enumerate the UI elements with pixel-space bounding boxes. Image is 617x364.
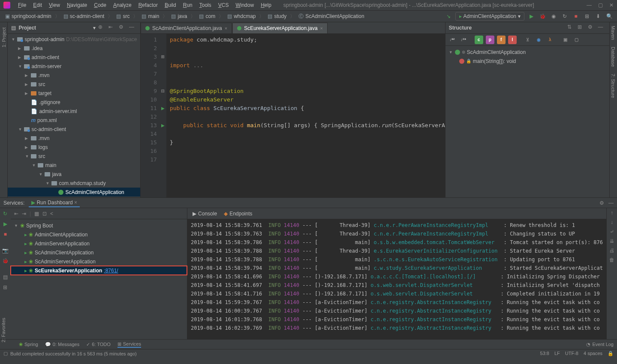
down-icon[interactable]: ↓ [611, 219, 613, 225]
services-tab[interactable]: ⊞ Services [117, 341, 141, 348]
fields-icon[interactable]: ⊻ [524, 36, 532, 44]
tree-node[interactable]: ▼sc-admin-client [8, 125, 140, 134]
close-icon[interactable]: ✕ [609, 2, 614, 8]
maximize-icon[interactable]: ▢ [598, 2, 603, 8]
event-log-tab[interactable]: ◔ Event Log [586, 342, 614, 347]
menu-code[interactable]: Code [90, 2, 110, 8]
breadcrumb-item[interactable]: ▣ springboot-admin [3, 12, 53, 20]
tree-node[interactable]: ▼src [8, 152, 140, 161]
console-tab[interactable]: ▶ Console [193, 211, 217, 217]
maven-tool-tab[interactable]: Maven [610, 22, 617, 43]
git-pull-icon[interactable]: ⬇ [594, 12, 602, 21]
spring-tab[interactable]: ❀ Spring [19, 342, 38, 347]
gear-icon[interactable]: ⚙ [119, 24, 126, 32]
search-icon[interactable]: 🔍 [605, 12, 614, 21]
messages-tab[interactable]: 💬 0: Messages [45, 342, 79, 347]
favorites-tool-tab[interactable]: 2: Favorites [0, 314, 7, 346]
service-app-node[interactable]: ▸ ❀ ScAdminServerApplication [11, 257, 187, 266]
run-icon[interactable]: ▶ [527, 12, 536, 21]
field-filter-icon[interactable]: f [497, 36, 506, 44]
wrap-icon[interactable]: ⤶ [610, 229, 614, 235]
tree-node[interactable]: ScAdminClientApplication [8, 188, 140, 197]
project-tree[interactable]: ▼springboot-admin D:\IDESoftWare\GitWork… [8, 34, 140, 197]
close-tab-icon[interactable]: × [225, 26, 227, 31]
tree-node[interactable]: ▼springboot-admin D:\IDESoftWare\GitWork… [8, 35, 140, 44]
breadcrumb-item[interactable]: ▤ sc-admin-client [62, 12, 106, 20]
run-config-selector[interactable]: ▸ AdminClientApplication ▾ [455, 12, 524, 21]
print-icon[interactable]: 🖨 [609, 248, 614, 254]
menu-edit[interactable]: Edit [30, 2, 45, 8]
breadcrumb-item[interactable]: ▤ whdcmap [226, 12, 257, 20]
hide-icon[interactable]: — [608, 200, 614, 206]
structure-tool-tab[interactable]: 7: Structure [610, 70, 617, 101]
sort-icon[interactable]: ⇅ [567, 24, 575, 32]
tree-node[interactable]: ▶.mvn [8, 134, 140, 143]
service-app-node[interactable]: ▸ ❀ AdminClientApplication [11, 230, 187, 239]
breadcrumb-item[interactable]: ▤ study [266, 12, 288, 20]
menu-tools[interactable]: Tools [196, 2, 215, 8]
file-encoding[interactable]: UTF-8 [565, 351, 578, 356]
tree-node[interactable]: ▼com.whdcmap.study [8, 179, 140, 188]
expand-icon[interactable]: ⇥ [22, 211, 26, 217]
menu-analyze[interactable]: Analyze [110, 2, 135, 8]
tree-node[interactable]: mpom.xml [8, 116, 140, 125]
services-tree[interactable]: ▼❀ Spring Boot▸ ❀ AdminClientApplication… [11, 219, 187, 339]
hide-icon[interactable]: — [598, 24, 606, 32]
structure-class-node[interactable]: ▼ ⊛ ScAdminClientApplication [447, 48, 608, 57]
scroll-icon[interactable]: ⇊ [610, 238, 614, 244]
up-icon[interactable]: ↑ [611, 210, 613, 216]
menu-run[interactable]: Run [180, 2, 196, 8]
profile-icon[interactable]: ↻ [560, 12, 569, 21]
hide-icon[interactable]: — [129, 24, 137, 32]
run-gutter-icon[interactable]: ▶ [160, 121, 166, 130]
stop-icon[interactable]: ■ [572, 12, 580, 21]
gear-icon[interactable]: ⚙ [588, 24, 596, 32]
editor-tab[interactable]: ScAdminClientApplication.java× [141, 23, 232, 33]
locate-icon[interactable]: ⊕ [98, 24, 106, 32]
service-app-node[interactable]: ▸ ❀ ScEurekaServerApplication :8761/ [11, 266, 187, 275]
menu-help[interactable]: Help [257, 2, 275, 8]
coverage-icon[interactable]: ◉ [549, 12, 558, 21]
run-gutter-icon[interactable]: ▶ [160, 104, 166, 113]
menu-window[interactable]: Window [232, 2, 257, 8]
lock-icon[interactable]: 🔒 [608, 351, 614, 356]
menu-refactor[interactable]: Refactor [135, 2, 161, 8]
service-app-node[interactable]: ▸ ❀ ScAdminClientApplication [11, 248, 187, 257]
lambda-icon[interactable]: λ [546, 36, 554, 44]
line-separator[interactable]: LF [554, 351, 560, 356]
code-content[interactable]: package com.whdcmap.study; import ... @S… [166, 34, 445, 197]
tree-node[interactable]: ▶admin-client [8, 53, 140, 62]
editor-body[interactable]: 12347891011121314151617 ⊞ ⊟ ▶ ▶ package … [141, 34, 445, 197]
tree-node[interactable]: 📄.gitignore [8, 98, 140, 107]
share-icon[interactable]: < [50, 211, 53, 217]
anon-icon[interactable]: ◉ [535, 36, 543, 44]
breadcrumb-item[interactable]: Ⓒ ScAdminClientApplication [297, 12, 366, 21]
tree-node[interactable]: ▼admin-server [8, 62, 140, 71]
debug-icon[interactable]: 🐞 [538, 12, 547, 21]
filter2-icon[interactable]: ⊡ [42, 211, 47, 217]
group-icon[interactable]: ▦ [34, 211, 39, 217]
editor-tab[interactable]: ScEurekaServerApplication.java× [232, 23, 328, 33]
menu-navigate[interactable]: Navigate [63, 2, 90, 8]
tree-node[interactable]: 📄admin-server.iml [8, 107, 140, 116]
property-filter-icon[interactable]: p [486, 36, 494, 44]
collapse-icon[interactable]: ⇤ [108, 24, 116, 32]
tree-node[interactable]: ▼java [8, 170, 140, 179]
breadcrumb-item[interactable]: ▤ main [140, 12, 161, 20]
tree-node[interactable]: ▶logs [8, 143, 140, 152]
minimize-icon[interactable]: — [587, 2, 592, 8]
tree-node[interactable]: ▶.mvn [8, 71, 140, 80]
menu-vcs[interactable]: VCS [215, 2, 232, 8]
database-tool-tab[interactable]: Database [610, 43, 617, 70]
gear-icon[interactable]: ⚙ [599, 200, 604, 206]
tree-node[interactable]: ▶src [8, 80, 140, 89]
structure-tree[interactable]: ▼ ⊛ ScAdminClientApplication 🔒 main(Stri… [445, 46, 609, 67]
close-tab-icon[interactable]: × [320, 26, 323, 31]
sort-az-icon[interactable]: ↓ᵃᶻ [448, 36, 457, 44]
autoscroll-icon[interactable]: ▣ [561, 36, 570, 44]
project-tool-tab[interactable]: 1: Project [0, 24, 7, 51]
menu-view[interactable]: View [45, 2, 63, 8]
breadcrumb-item[interactable]: ▤ com [197, 12, 217, 20]
expand-icon[interactable]: ⊞ [578, 24, 585, 32]
breadcrumb-item[interactable]: ▤ java [169, 12, 189, 20]
